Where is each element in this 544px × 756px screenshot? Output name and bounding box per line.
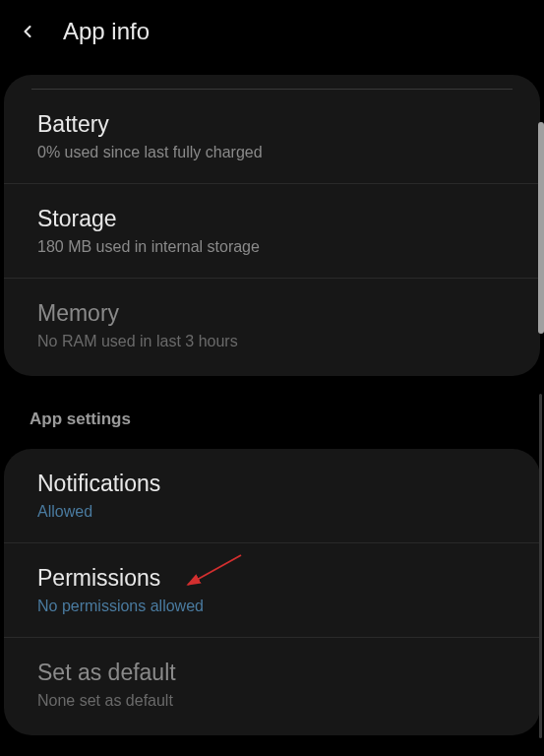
battery-title: Battery xyxy=(37,111,511,138)
memory-row[interactable]: Memory No RAM used in last 3 hours xyxy=(4,279,540,376)
scrollbar-track xyxy=(539,394,542,738)
page-title: App info xyxy=(63,18,150,45)
notifications-subtitle: Allowed xyxy=(37,503,511,521)
storage-title: Storage xyxy=(37,206,511,232)
battery-subtitle: 0% used since last fully charged xyxy=(37,144,511,161)
scrollbar-thumb[interactable] xyxy=(538,122,544,334)
header-bar: App info xyxy=(0,0,544,63)
notifications-row[interactable]: Notifications Allowed xyxy=(4,449,540,543)
app-settings-header: App settings xyxy=(0,388,544,437)
usage-card: Battery 0% used since last fully charged… xyxy=(4,75,540,376)
permissions-title: Permissions xyxy=(37,565,511,592)
set-default-title: Set as default xyxy=(37,660,511,686)
storage-subtitle: 180 MB used in internal storage xyxy=(37,238,511,256)
permissions-subtitle: No permissions allowed xyxy=(37,598,511,615)
back-icon[interactable] xyxy=(14,18,41,45)
set-default-subtitle: None set as default xyxy=(37,692,511,710)
storage-row[interactable]: Storage 180 MB used in internal storage xyxy=(4,184,540,279)
memory-title: Memory xyxy=(37,300,511,327)
app-settings-card: Notifications Allowed Permissions No per… xyxy=(4,449,540,735)
permissions-row[interactable]: Permissions No permissions allowed xyxy=(4,543,540,638)
battery-row[interactable]: Battery 0% used since last fully charged xyxy=(4,90,540,184)
memory-subtitle: No RAM used in last 3 hours xyxy=(37,333,511,350)
notifications-title: Notifications xyxy=(37,471,511,497)
set-default-row[interactable]: Set as default None set as default xyxy=(4,638,540,735)
